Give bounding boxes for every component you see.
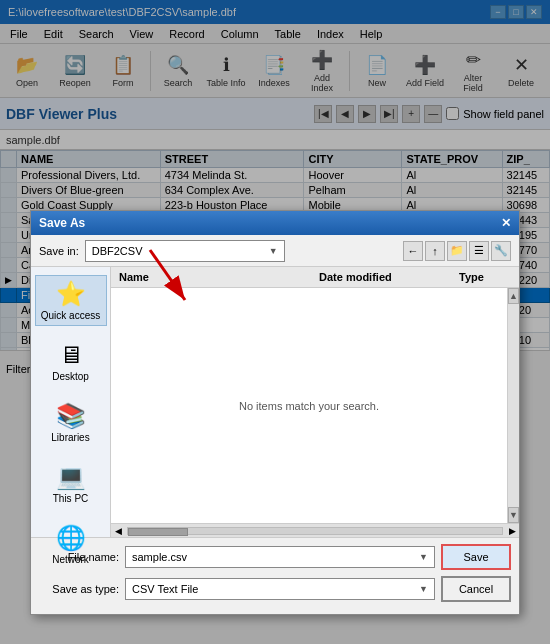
filetype-combo[interactable]: CSV Text File ▼ — [125, 578, 435, 600]
file-list-panel: Name Date modified Type No items match y… — [111, 267, 519, 537]
filetype-dropdown-arrow: ▼ — [419, 584, 428, 594]
col-header-date: Date modified — [315, 269, 455, 285]
places-panel: ⭐ Quick access 🖥 Desktop 📚 Libraries 💻 T… — [31, 267, 111, 537]
save-button[interactable]: Save — [441, 544, 511, 570]
nav-up-icon[interactable]: ↑ — [425, 241, 445, 261]
horizontal-scrollbar[interactable]: ◀ ▶ — [111, 523, 519, 537]
save-in-label: Save in: — [39, 245, 79, 257]
this-pc-label: This PC — [53, 493, 89, 504]
dialog-toolbar-icons: ← ↑ 📁 ☰ 🔧 — [403, 241, 511, 261]
dialog-close-button[interactable]: ✕ — [501, 216, 511, 230]
col-header-name: Name — [115, 269, 315, 285]
scroll-right-button[interactable]: ▶ — [505, 526, 519, 536]
file-list-body: No items match your search. ▲ ▼ — [111, 288, 519, 523]
create-folder-icon[interactable]: 📁 — [447, 241, 467, 261]
desktop-icon: 🖥 — [59, 341, 83, 369]
network-icon: 🌐 — [56, 524, 86, 552]
scroll-thumb — [128, 528, 188, 536]
file-list-header: Name Date modified Type — [111, 267, 519, 288]
filetype-row: Save as type: CSV Text File ▼ Cancel — [39, 576, 511, 602]
this-pc-icon: 💻 — [56, 463, 86, 491]
dialog-toolbar: Save in: DBF2CSV ▼ ← ↑ 📁 ☰ 🔧 — [31, 235, 519, 267]
nav-back-icon[interactable]: ← — [403, 241, 423, 261]
place-this-pc[interactable]: 💻 This PC — [35, 458, 107, 509]
libraries-icon: 📚 — [56, 402, 86, 430]
dialog-title-bar: Save As ✕ — [31, 211, 519, 235]
filename-dropdown-arrow: ▼ — [419, 552, 428, 562]
filename-input[interactable] — [132, 551, 417, 563]
filename-row: File name: ▼ Save — [39, 544, 511, 570]
place-quick-access[interactable]: ⭐ Quick access — [35, 275, 107, 326]
cancel-button[interactable]: Cancel — [441, 576, 511, 602]
filetype-value: CSV Text File — [132, 583, 198, 595]
filename-input-wrapper: ▼ — [125, 546, 435, 568]
place-desktop[interactable]: 🖥 Desktop — [35, 336, 107, 387]
file-list-empty-message: No items match your search. — [111, 288, 507, 523]
dialog-title-text: Save As — [39, 216, 85, 230]
save-as-dialog: Save As ✕ Save in: DBF2CSV ▼ ← ↑ 📁 ☰ 🔧 — [30, 210, 520, 615]
filename-label: File name: — [39, 551, 119, 563]
tools-icon[interactable]: 🔧 — [491, 241, 511, 261]
scroll-down-button[interactable]: ▼ — [508, 507, 519, 523]
scroll-left-button[interactable]: ◀ — [111, 526, 125, 536]
libraries-label: Libraries — [51, 432, 89, 443]
save-in-combo[interactable]: DBF2CSV ▼ — [85, 240, 285, 262]
desktop-label: Desktop — [52, 371, 89, 382]
quick-access-label: Quick access — [41, 310, 100, 321]
scroll-up-button[interactable]: ▲ — [508, 288, 519, 304]
modal-overlay: Save As ✕ Save in: DBF2CSV ▼ ← ↑ 📁 ☰ 🔧 — [0, 0, 550, 644]
dialog-body: ⭐ Quick access 🖥 Desktop 📚 Libraries 💻 T… — [31, 267, 519, 537]
combo-dropdown-arrow: ▼ — [269, 246, 278, 256]
filetype-label: Save as type: — [39, 583, 119, 595]
quick-access-icon: ⭐ — [56, 280, 86, 308]
view-toggle-icon[interactable]: ☰ — [469, 241, 489, 261]
place-libraries[interactable]: 📚 Libraries — [35, 397, 107, 448]
save-in-value: DBF2CSV — [92, 245, 143, 257]
scroll-track — [127, 527, 503, 535]
col-header-type: Type — [455, 269, 515, 285]
